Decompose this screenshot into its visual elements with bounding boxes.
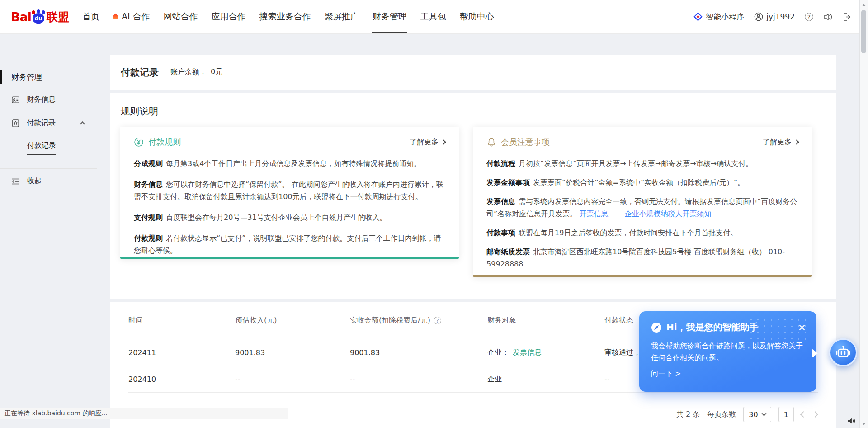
robot-icon	[835, 345, 851, 360]
sidebar-group-finance-management[interactable]: 财务管理	[11, 72, 42, 82]
nav-label: 聚屏推广	[325, 11, 359, 23]
col-header-time: 时间	[128, 316, 235, 325]
nav-item-toolkit[interactable]: 工具包	[414, 0, 453, 33]
assistant-robot-avatar[interactable]	[829, 338, 857, 366]
nav-label: AI 合作	[122, 11, 150, 23]
prev-page-icon[interactable]	[800, 411, 807, 418]
rule-term: 邮寄纸质发票	[486, 247, 530, 256]
more-label: 了解更多	[410, 138, 439, 147]
column-help-icon[interactable]: ?	[434, 317, 441, 324]
cell-finance-target: 企业	[487, 375, 604, 384]
sidebar-item-finance-info[interactable]: 财务信息	[11, 95, 85, 105]
nav-item-juping-promotion[interactable]: 聚屏推广	[318, 0, 366, 33]
coin-yuan-icon	[134, 137, 144, 147]
payment-rules-body: 分成规则每月第3或4个工作日产出上月分成信息及发票信息，如有特殊情况将提前通知。…	[120, 147, 459, 257]
rule-desc: 您可以在财务信息中选择“保留付款”。 在此期间您产生的收入将在账户内进行累计，联…	[134, 180, 443, 201]
nav-item-app-cooperation[interactable]: 应用合作	[205, 0, 253, 33]
member-notes-card: 会员注意事项 了解更多 付款流程月初按“发票信息”页面开具发票→上传发票→邮寄发…	[473, 127, 812, 277]
popup-pointer-arrow	[812, 349, 818, 358]
payment-rules-header: 付款规则 了解更多	[120, 127, 459, 147]
invoice-info-cell-link[interactable]: 发票信息	[513, 348, 542, 357]
scrollbar-up-arrow-icon[interactable]	[862, 4, 866, 6]
nav-item-website-cooperation[interactable]: 网站合作	[157, 0, 205, 33]
per-page-select[interactable]: 30	[743, 407, 771, 422]
nav-item-search-business[interactable]: 搜索业务合作	[253, 0, 318, 33]
id-card-icon	[11, 95, 20, 104]
scrollbar-thumb[interactable]	[861, 10, 866, 53]
nav-item-ai-cooperation[interactable]: AI 合作	[106, 0, 157, 33]
rule-item: 付款流程月初按“发票信息”页面开具发票→上传发票→邮寄发票→审核→确认支付。	[486, 157, 798, 170]
miniprogram-entry[interactable]: 智能小程序	[693, 12, 744, 22]
cell-time: 202411	[128, 348, 235, 357]
rule-desc: 发票票面“价税合计”金额=系统中“实收金额（扣除税费后/元）”。	[533, 178, 745, 187]
rule-desc: 若付款状态显示“已支付”，说明联盟已安排了您的付款。支付后三个工作日内到帐，请您…	[134, 234, 441, 255]
rule-term: 付款流程	[486, 159, 515, 168]
rule-desc: 月初按“发票信息”页面开具发票→上传发票→邮寄发票→审核→确认支付。	[519, 159, 753, 168]
cell-time: 202410	[128, 375, 235, 384]
collapse-icon	[11, 178, 20, 185]
nav-item-help-center[interactable]: 帮助中心	[453, 0, 501, 33]
payment-rules-card: 付款规则 了解更多 分成规则每月第3或4个工作日产出上月分成信息及发票信息，如有…	[120, 127, 459, 259]
scrollbar[interactable]	[859, 0, 868, 428]
help-icon[interactable]: ?	[805, 13, 813, 21]
nav-label: 应用合作	[212, 11, 246, 23]
page-number-button[interactable]: 1	[778, 407, 794, 422]
rule-term: 发票信息	[486, 197, 515, 206]
rule-item: 付款事项联盟在每月19日之后签收的发票，付款时间安排在下个月首批支付。	[486, 227, 798, 239]
finance-target-text: 企业	[487, 375, 502, 384]
rule-term: 发票金额事项	[486, 178, 530, 187]
volume-icon[interactable]	[847, 417, 856, 427]
rule-desc: 每月第3或4个工作日产出上月分成信息及发票信息，如有特殊情况将提前通知。	[166, 159, 421, 168]
assistant-ask-link[interactable]: 问一下 >	[639, 364, 816, 379]
finance-target-text: 企业：	[487, 348, 509, 357]
logout-icon[interactable]	[843, 13, 852, 21]
member-notes-body: 付款流程月初按“发票信息”页面开具发票→上传发票→邮寄发票→审核→确认支付。 发…	[473, 147, 812, 270]
speaker-icon[interactable]	[823, 13, 833, 21]
certificate-icon	[11, 119, 20, 128]
cell-estimated: 9001.83	[235, 348, 350, 357]
col-header-finance-target: 财务对象	[487, 316, 604, 325]
cell-estimated: --	[235, 375, 350, 384]
nav-item-home[interactable]: 首页	[75, 0, 106, 33]
next-page-icon[interactable]	[812, 411, 818, 418]
member-notes-header: 会员注意事项 了解更多	[473, 127, 812, 147]
flame-icon	[112, 13, 119, 20]
active-group-indicator	[0, 70, 2, 84]
status-text: 正在等待 xlab.baidu.com 的响应...	[5, 409, 108, 418]
user-account[interactable]: jyj1992	[754, 12, 795, 21]
close-icon[interactable]	[798, 324, 806, 331]
balance-value: 0元	[211, 67, 222, 77]
nav-item-finance-management[interactable]: 财务管理	[366, 0, 414, 33]
rule-item: 分成规则每月第3或4个工作日产出上月分成信息及发票信息，如有特殊情况将提前通知。	[134, 157, 445, 170]
user-icon	[754, 12, 763, 21]
assistant-greeting: Hi，我是您的智能助手	[666, 321, 759, 333]
member-notes-title: 会员注意事项	[501, 137, 550, 147]
invoice-info-link[interactable]: 开票信息	[579, 209, 608, 218]
member-notes-more-link[interactable]: 了解更多	[763, 138, 798, 147]
payment-rules-more-link[interactable]: 了解更多	[410, 138, 445, 147]
balance-label: 账户余额：	[170, 67, 207, 77]
scrollbar-down-arrow-icon[interactable]	[862, 423, 866, 425]
rule-term: 付款事项	[486, 228, 515, 237]
compass-icon	[651, 322, 662, 333]
chevron-down-icon	[761, 411, 766, 416]
more-label: 了解更多	[763, 138, 792, 147]
rule-desc: 百度联盟会在每月20号—31号支付企业会员上个自然月产生的收入。	[166, 213, 387, 222]
logo-text-bai: Bai	[11, 10, 31, 24]
small-taxpayer-invoice-guide-link[interactable]: 企业小规模纳税人开票须知	[624, 209, 711, 218]
sidebar-subitem-payment-records[interactable]: 付款记录	[27, 141, 56, 155]
bell-icon	[486, 137, 496, 147]
nav-label: 搜索业务合作	[259, 11, 311, 23]
cell-finance-target: 企业：发票信息	[487, 348, 604, 357]
sidebar-divider	[0, 168, 97, 169]
chevron-right-icon	[441, 139, 446, 144]
nav-label: 帮助中心	[460, 11, 494, 23]
rule-item: 发票金额事项发票票面“价税合计”金额=系统中“实收金额（扣除税费后/元）”。	[486, 176, 798, 189]
cell-actual: --	[350, 375, 487, 384]
baidu-union-logo[interactable]: Bai du 联盟	[11, 10, 69, 24]
rule-item: 财务信息您可以在财务信息中选择“保留付款”。 在此期间您产生的收入将在账户内进行…	[134, 178, 445, 203]
main-nav: 首页 AI 合作 网站合作 应用合作 搜索业务合作 聚屏推广 财务管理 工具包 …	[75, 0, 501, 33]
rule-desc: 联盟在每月19日之后签收的发票，付款时间安排在下个月首批支付。	[519, 228, 737, 237]
sidebar-item-payment-records[interactable]: 付款记录	[11, 119, 85, 128]
sidebar-collapse-button[interactable]: 收起	[11, 176, 42, 186]
